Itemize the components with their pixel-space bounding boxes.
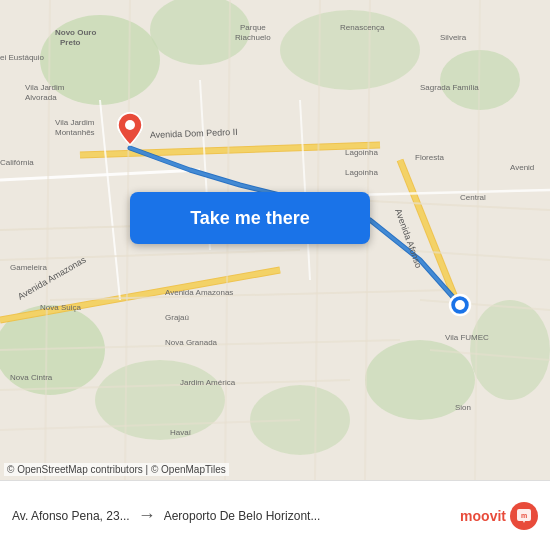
svg-text:Montanhês: Montanhês <box>55 128 95 137</box>
bottom-bar: Av. Afonso Pena, 23... → Aeroporto De Be… <box>0 480 550 550</box>
svg-text:Novo Ouro: Novo Ouro <box>55 28 96 37</box>
svg-text:Renascença: Renascença <box>340 23 385 32</box>
map-attribution: © OpenStreetMap contributors | © OpenMap… <box>4 463 229 476</box>
svg-text:ei Eustáquio: ei Eustáquio <box>0 53 45 62</box>
svg-text:m: m <box>521 512 527 519</box>
map-container: Avenida Dom Pedro II Avenida Amazonas Av… <box>0 0 550 480</box>
route-arrow: → <box>130 505 164 526</box>
svg-text:Nova Suiça: Nova Suiça <box>40 303 81 312</box>
svg-point-40 <box>125 120 135 130</box>
svg-text:Silveira: Silveira <box>440 33 467 42</box>
svg-point-38 <box>455 300 465 310</box>
svg-text:Lagoinha: Lagoinha <box>345 148 378 157</box>
route-to-text: Aeroporto De Belo Horizont... <box>164 509 321 523</box>
svg-text:Nova Granada: Nova Granada <box>165 338 218 347</box>
svg-text:Vila Jardim: Vila Jardim <box>55 118 95 127</box>
take-me-there-button[interactable]: Take me there <box>130 192 370 244</box>
svg-text:Parque: Parque <box>240 23 266 32</box>
svg-text:Avenid: Avenid <box>510 163 534 172</box>
svg-text:Riachuelo: Riachuelo <box>235 33 271 42</box>
svg-point-6 <box>95 360 225 440</box>
svg-point-9 <box>470 300 550 400</box>
svg-point-3 <box>280 10 420 90</box>
svg-text:Lagoinha: Lagoinha <box>345 168 378 177</box>
svg-text:Califórnia: Califórnia <box>0 158 34 167</box>
svg-text:Jardim América: Jardim América <box>180 378 236 387</box>
svg-text:Avenida Amazonas: Avenida Amazonas <box>165 288 233 297</box>
svg-text:Central: Central <box>460 193 486 202</box>
route-to: Aeroporto De Belo Horizont... <box>164 509 321 523</box>
arrow-icon: → <box>138 505 156 526</box>
moovit-text: moovit <box>460 508 506 524</box>
svg-text:Gameleira: Gameleira <box>10 263 47 272</box>
svg-text:Grajaú: Grajaú <box>165 313 189 322</box>
moovit-icon: m <box>510 502 538 530</box>
svg-text:Sion: Sion <box>455 403 471 412</box>
svg-text:Preto: Preto <box>60 38 81 47</box>
svg-text:Havaí: Havaí <box>170 428 192 437</box>
svg-text:Vila FUMEC: Vila FUMEC <box>445 333 489 342</box>
svg-text:Floresta: Floresta <box>415 153 444 162</box>
svg-text:Vila Jardim: Vila Jardim <box>25 83 65 92</box>
svg-text:Alvorada: Alvorada <box>25 93 57 102</box>
route-from: Av. Afonso Pena, 23... <box>12 509 130 523</box>
svg-text:Sagrada Família: Sagrada Família <box>420 83 479 92</box>
svg-text:Nova Cintra: Nova Cintra <box>10 373 53 382</box>
route-from-text: Av. Afonso Pena, 23... <box>12 509 130 523</box>
moovit-logo: moovit m <box>460 502 538 530</box>
